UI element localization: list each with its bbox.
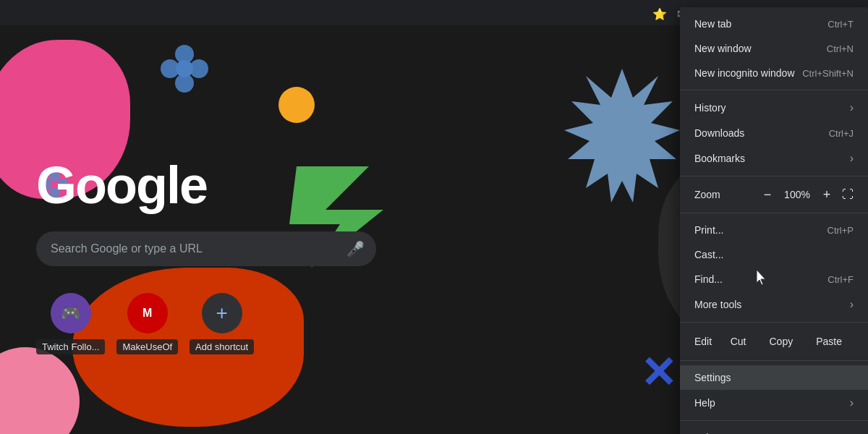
zoom-fullscreen-icon[interactable]: ⛶ bbox=[842, 188, 854, 201]
shortcut-makeuseof[interactable]: M MakeUseOf bbox=[116, 293, 178, 354]
shortcuts-area: 🎮 Twitch Follo... M MakeUseOf + Add shor… bbox=[36, 293, 254, 354]
menu-divider-4 bbox=[680, 322, 868, 323]
menu-divider-6 bbox=[680, 420, 868, 421]
menu-more-tools-arrow: › bbox=[850, 298, 854, 311]
shortcut-twitch-label: Twitch Follo... bbox=[36, 339, 105, 354]
svg-point-4 bbox=[176, 60, 193, 77]
menu-print-label: Print... bbox=[694, 224, 723, 236]
shortcut-makeuseof-label: MakeUseOf bbox=[116, 339, 178, 354]
makeuseof-icon: M bbox=[127, 293, 168, 333]
menu-help[interactable]: Help › bbox=[680, 390, 868, 416]
edit-label: Edit bbox=[694, 336, 719, 347]
paste-button[interactable]: Paste bbox=[804, 333, 854, 350]
menu-new-tab-shortcut: Ctrl+T bbox=[827, 19, 854, 30]
shortcut-add[interactable]: + Add shortcut bbox=[190, 293, 254, 354]
menu-new-tab-label: New tab bbox=[694, 18, 731, 30]
add-shortcut-icon: + bbox=[202, 293, 242, 333]
menu-help-arrow: › bbox=[850, 396, 854, 409]
menu-history-label: History bbox=[694, 102, 726, 114]
menu-more-tools[interactable]: More tools › bbox=[680, 292, 868, 318]
menu-downloads[interactable]: Downloads Ctrl+J bbox=[680, 121, 868, 145]
shortcut-add-label: Add shortcut bbox=[190, 339, 254, 354]
zoom-plus-button[interactable]: + bbox=[817, 185, 836, 204]
menu-divider-1 bbox=[680, 90, 868, 90]
menu-divider-3 bbox=[680, 213, 868, 213]
svg-marker-5 bbox=[564, 69, 680, 203]
context-menu: New tab Ctrl+T New window Ctrl+N New inc… bbox=[680, 7, 868, 434]
menu-history[interactable]: History › bbox=[680, 95, 868, 121]
menu-print[interactable]: Print... Ctrl+P bbox=[680, 218, 868, 242]
mic-icon[interactable]: 🎤 bbox=[346, 240, 365, 258]
menu-bookmarks-arrow: › bbox=[850, 152, 854, 165]
bookmark-star-icon[interactable]: ⭐ bbox=[650, 4, 670, 24]
zoom-minus-button[interactable]: − bbox=[758, 185, 777, 204]
menu-divider-5 bbox=[680, 360, 868, 361]
menu-exit[interactable]: Exit bbox=[680, 425, 868, 434]
menu-find-shortcut: Ctrl+F bbox=[827, 274, 854, 285]
menu-find-label: Find... bbox=[694, 273, 723, 285]
cut-button[interactable]: Cut bbox=[719, 333, 758, 350]
menu-find[interactable]: Find... Ctrl+F bbox=[680, 267, 868, 292]
copy-button[interactable]: Copy bbox=[758, 333, 805, 350]
menu-new-window[interactable]: New window Ctrl+N bbox=[680, 36, 868, 61]
menu-help-label: Help bbox=[694, 397, 715, 409]
menu-new-tab[interactable]: New tab Ctrl+T bbox=[680, 12, 868, 36]
blue-x-shape: ✕ bbox=[640, 347, 676, 398]
search-placeholder: Search Google or type a URL bbox=[51, 242, 346, 255]
menu-cast-label: Cast... bbox=[694, 249, 723, 260]
menu-incognito-label: New incognito window bbox=[694, 67, 795, 79]
orange-circle-shape bbox=[278, 87, 315, 123]
menu-cast[interactable]: Cast... bbox=[680, 242, 868, 267]
menu-more-tools-label: More tools bbox=[694, 299, 741, 310]
menu-bookmarks[interactable]: Bookmarks › bbox=[680, 145, 868, 171]
menu-history-arrow: › bbox=[850, 101, 854, 114]
menu-zoom-row: Zoom − 100% + ⛶ bbox=[680, 181, 868, 208]
menu-downloads-shortcut: Ctrl+J bbox=[829, 128, 854, 139]
menu-print-shortcut: Ctrl+P bbox=[827, 225, 854, 236]
menu-divider-2 bbox=[680, 176, 868, 176]
menu-downloads-label: Downloads bbox=[694, 127, 744, 139]
menu-settings-label: Settings bbox=[694, 372, 731, 383]
blue-flower-shape bbox=[159, 43, 210, 97]
menu-new-window-shortcut: Ctrl+N bbox=[827, 43, 854, 54]
menu-bookmarks-label: Bookmarks bbox=[694, 153, 745, 164]
menu-incognito[interactable]: New incognito window Ctrl+Shift+N bbox=[680, 61, 868, 85]
menu-edit-row: Edit Cut Copy Paste bbox=[680, 327, 868, 356]
search-bar[interactable]: Search Google or type a URL 🎤 bbox=[36, 231, 376, 266]
pink-circle-shape bbox=[0, 347, 80, 434]
menu-new-window-label: New window bbox=[694, 43, 752, 54]
google-logo: Google bbox=[36, 156, 207, 215]
zoom-label: Zoom bbox=[694, 189, 720, 200]
menu-settings[interactable]: Settings bbox=[680, 365, 868, 390]
zoom-controls: − 100% + ⛶ bbox=[758, 185, 854, 204]
menu-incognito-shortcut: Ctrl+Shift+N bbox=[802, 68, 854, 79]
zoom-value: 100% bbox=[783, 189, 812, 200]
twitch-icon: 🎮 bbox=[51, 293, 91, 333]
shortcut-twitch[interactable]: 🎮 Twitch Follo... bbox=[36, 293, 105, 354]
